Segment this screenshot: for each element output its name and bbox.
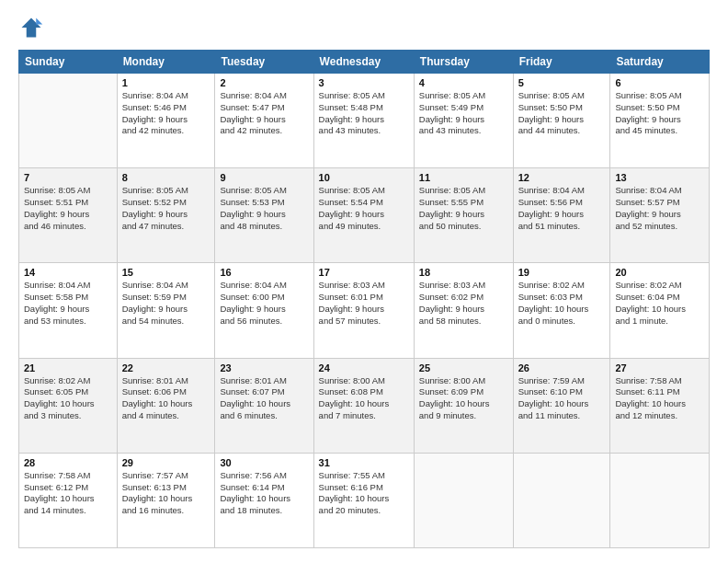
calendar-cell: 31Sunrise: 7:55 AM Sunset: 6:16 PM Dayli…: [313, 453, 414, 547]
cell-sun-info: Sunrise: 8:00 AM Sunset: 6:08 PM Dayligh…: [319, 375, 409, 422]
day-number: 23: [220, 362, 308, 373]
day-number: 26: [518, 362, 606, 373]
day-number: 7: [24, 172, 112, 183]
calendar-cell: 6Sunrise: 8:05 AM Sunset: 5:50 PM Daylig…: [610, 74, 710, 168]
day-number: 1: [122, 77, 210, 88]
calendar-cell: 7Sunrise: 8:05 AM Sunset: 5:51 PM Daylig…: [19, 168, 118, 263]
calendar-cell: 8Sunrise: 8:05 AM Sunset: 5:52 PM Daylig…: [117, 168, 215, 263]
calendar-table: SundayMondayTuesdayWednesdayThursdayFrid…: [18, 50, 710, 548]
cell-sun-info: Sunrise: 8:03 AM Sunset: 6:02 PM Dayligh…: [419, 280, 508, 327]
cell-sun-info: Sunrise: 7:59 AM Sunset: 6:10 PM Dayligh…: [518, 375, 606, 422]
day-number: 6: [615, 77, 704, 88]
cell-sun-info: Sunrise: 8:04 AM Sunset: 5:58 PM Dayligh…: [24, 280, 112, 327]
cell-sun-info: Sunrise: 8:04 AM Sunset: 5:46 PM Dayligh…: [122, 90, 210, 137]
week-row-5: 28Sunrise: 7:58 AM Sunset: 6:12 PM Dayli…: [19, 453, 710, 547]
day-number: 22: [122, 362, 210, 373]
calendar-cell: 3Sunrise: 8:05 AM Sunset: 5:48 PM Daylig…: [313, 74, 414, 168]
calendar-cell: 23Sunrise: 8:01 AM Sunset: 6:07 PM Dayli…: [215, 358, 313, 453]
day-number: 9: [220, 172, 308, 183]
day-number: 21: [24, 362, 112, 373]
calendar-cell: 10Sunrise: 8:05 AM Sunset: 5:54 PM Dayli…: [313, 168, 414, 263]
weekday-header-friday: Friday: [513, 51, 610, 74]
calendar-cell: 25Sunrise: 8:00 AM Sunset: 6:09 PM Dayli…: [414, 358, 513, 453]
calendar-cell: [19, 74, 118, 168]
calendar-cell: 9Sunrise: 8:05 AM Sunset: 5:53 PM Daylig…: [215, 168, 313, 263]
calendar-cell: 17Sunrise: 8:03 AM Sunset: 6:01 PM Dayli…: [313, 263, 414, 358]
day-number: 30: [220, 457, 308, 468]
day-number: 29: [122, 457, 210, 468]
cell-sun-info: Sunrise: 8:02 AM Sunset: 6:03 PM Dayligh…: [518, 280, 606, 327]
calendar-cell: 20Sunrise: 8:02 AM Sunset: 6:04 PM Dayli…: [610, 263, 710, 358]
cell-sun-info: Sunrise: 7:58 AM Sunset: 6:11 PM Dayligh…: [615, 375, 704, 422]
day-number: 18: [419, 267, 508, 278]
header: [18, 15, 710, 40]
day-number: 5: [518, 77, 606, 88]
cell-sun-info: Sunrise: 8:01 AM Sunset: 6:06 PM Dayligh…: [122, 375, 210, 422]
calendar-cell: [610, 453, 710, 547]
calendar-cell: 13Sunrise: 8:04 AM Sunset: 5:57 PM Dayli…: [610, 168, 710, 263]
cell-sun-info: Sunrise: 8:03 AM Sunset: 6:01 PM Dayligh…: [319, 280, 409, 327]
cell-sun-info: Sunrise: 8:05 AM Sunset: 5:52 PM Dayligh…: [122, 185, 210, 232]
calendar-cell: 29Sunrise: 7:57 AM Sunset: 6:13 PM Dayli…: [117, 453, 215, 547]
calendar-cell: 16Sunrise: 8:04 AM Sunset: 6:00 PM Dayli…: [215, 263, 313, 358]
day-number: 11: [419, 172, 508, 183]
calendar-cell: 15Sunrise: 8:04 AM Sunset: 5:59 PM Dayli…: [117, 263, 215, 358]
day-number: 24: [319, 362, 409, 373]
day-number: 2: [220, 77, 308, 88]
day-number: 3: [319, 77, 409, 88]
cell-sun-info: Sunrise: 8:05 AM Sunset: 5:54 PM Dayligh…: [319, 185, 409, 232]
weekday-header-thursday: Thursday: [414, 51, 513, 74]
calendar-cell: 19Sunrise: 8:02 AM Sunset: 6:03 PM Dayli…: [513, 263, 610, 358]
calendar-cell: 4Sunrise: 8:05 AM Sunset: 5:49 PM Daylig…: [414, 74, 513, 168]
day-number: 13: [615, 172, 704, 183]
day-number: 8: [122, 172, 210, 183]
cell-sun-info: Sunrise: 8:05 AM Sunset: 5:53 PM Dayligh…: [220, 185, 308, 232]
day-number: 10: [319, 172, 409, 183]
day-number: 4: [419, 77, 508, 88]
week-row-1: 1Sunrise: 8:04 AM Sunset: 5:46 PM Daylig…: [19, 74, 710, 168]
cell-sun-info: Sunrise: 8:04 AM Sunset: 5:59 PM Dayligh…: [122, 280, 210, 327]
cell-sun-info: Sunrise: 8:05 AM Sunset: 5:50 PM Dayligh…: [615, 90, 704, 137]
svg-marker-1: [36, 18, 42, 25]
cell-sun-info: Sunrise: 8:05 AM Sunset: 5:50 PM Dayligh…: [518, 90, 606, 137]
weekday-header-monday: Monday: [117, 51, 215, 74]
cell-sun-info: Sunrise: 8:04 AM Sunset: 6:00 PM Dayligh…: [220, 280, 308, 327]
cell-sun-info: Sunrise: 8:00 AM Sunset: 6:09 PM Dayligh…: [419, 375, 508, 422]
calendar-cell: 2Sunrise: 8:04 AM Sunset: 5:47 PM Daylig…: [215, 74, 313, 168]
week-row-3: 14Sunrise: 8:04 AM Sunset: 5:58 PM Dayli…: [19, 263, 710, 358]
cell-sun-info: Sunrise: 8:05 AM Sunset: 5:55 PM Dayligh…: [419, 185, 508, 232]
cell-sun-info: Sunrise: 8:05 AM Sunset: 5:51 PM Dayligh…: [24, 185, 112, 232]
cell-sun-info: Sunrise: 8:05 AM Sunset: 5:48 PM Dayligh…: [319, 90, 409, 137]
calendar-cell: 21Sunrise: 8:02 AM Sunset: 6:05 PM Dayli…: [19, 358, 118, 453]
calendar-cell: 22Sunrise: 8:01 AM Sunset: 6:06 PM Dayli…: [117, 358, 215, 453]
cell-sun-info: Sunrise: 7:57 AM Sunset: 6:13 PM Dayligh…: [122, 470, 210, 517]
week-row-4: 21Sunrise: 8:02 AM Sunset: 6:05 PM Dayli…: [19, 358, 710, 453]
cell-sun-info: Sunrise: 8:02 AM Sunset: 6:05 PM Dayligh…: [24, 375, 112, 422]
calendar-cell: [513, 453, 610, 547]
cell-sun-info: Sunrise: 8:04 AM Sunset: 5:47 PM Dayligh…: [220, 90, 308, 137]
cell-sun-info: Sunrise: 8:02 AM Sunset: 6:04 PM Dayligh…: [615, 280, 704, 327]
day-number: 27: [615, 362, 704, 373]
day-number: 19: [518, 267, 606, 278]
week-row-2: 7Sunrise: 8:05 AM Sunset: 5:51 PM Daylig…: [19, 168, 710, 263]
cell-sun-info: Sunrise: 7:55 AM Sunset: 6:16 PM Dayligh…: [319, 470, 409, 517]
weekday-header-row: SundayMondayTuesdayWednesdayThursdayFrid…: [19, 51, 710, 74]
day-number: 31: [319, 457, 409, 468]
logo: [18, 15, 48, 40]
cell-sun-info: Sunrise: 8:04 AM Sunset: 5:57 PM Dayligh…: [615, 185, 704, 232]
cell-sun-info: Sunrise: 7:58 AM Sunset: 6:12 PM Dayligh…: [24, 470, 112, 517]
day-number: 12: [518, 172, 606, 183]
weekday-header-saturday: Saturday: [610, 51, 710, 74]
calendar-cell: 18Sunrise: 8:03 AM Sunset: 6:02 PM Dayli…: [414, 263, 513, 358]
cell-sun-info: Sunrise: 8:04 AM Sunset: 5:56 PM Dayligh…: [518, 185, 606, 232]
day-number: 28: [24, 457, 112, 468]
day-number: 15: [122, 267, 210, 278]
day-number: 16: [220, 267, 308, 278]
weekday-header-sunday: Sunday: [19, 51, 118, 74]
calendar-cell: 5Sunrise: 8:05 AM Sunset: 5:50 PM Daylig…: [513, 74, 610, 168]
calendar-cell: 24Sunrise: 8:00 AM Sunset: 6:08 PM Dayli…: [313, 358, 414, 453]
cell-sun-info: Sunrise: 8:05 AM Sunset: 5:49 PM Dayligh…: [419, 90, 508, 137]
day-number: 20: [615, 267, 704, 278]
calendar-cell: 30Sunrise: 7:56 AM Sunset: 6:14 PM Dayli…: [215, 453, 313, 547]
calendar-cell: 14Sunrise: 8:04 AM Sunset: 5:58 PM Dayli…: [19, 263, 118, 358]
